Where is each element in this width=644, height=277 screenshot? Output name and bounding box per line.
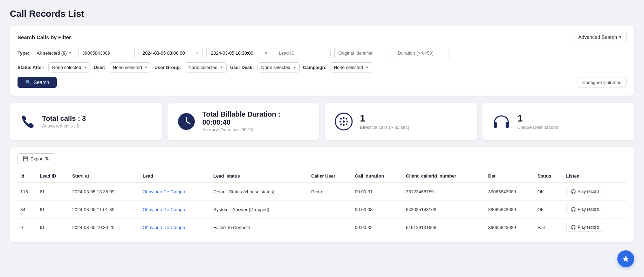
- lead-link[interactable]: Ottaviano De Campo: [143, 225, 185, 230]
- date-to-wrapper: ×: [206, 48, 271, 58]
- avg-duration-value: Average Duration : 00:13: [203, 127, 281, 132]
- col-lead: Lead: [140, 170, 211, 182]
- total-calls-info: Total calls : 3 Answered calls : 2: [42, 115, 86, 129]
- table-header-row: Id Lead ID Start_at Lead Lead_status Cal…: [18, 170, 626, 182]
- export-icon: 💾: [23, 156, 28, 161]
- search-button[interactable]: 🔍 Search: [18, 77, 57, 88]
- user-group-dropdown[interactable]: None selected ▾: [185, 62, 227, 72]
- date-from-input[interactable]: [141, 48, 194, 58]
- col-listen: Listen: [563, 170, 626, 182]
- play-record-button[interactable]: 🎧 Play record: [566, 205, 604, 214]
- search-section-title: Search Calls by Filter: [18, 34, 71, 40]
- cell-lead-status: Default Status (choose status): [211, 182, 309, 201]
- cell-caller-user: [308, 201, 352, 219]
- search-card: Search Calls by Filter Advanced Search ▾…: [10, 26, 634, 96]
- cell-start-at: 2024-03-05 13:35:09: [69, 182, 140, 201]
- advanced-search-button[interactable]: Advanced Search ▾: [573, 32, 626, 42]
- export-label: Export To: [30, 156, 50, 161]
- user-dropdown[interactable]: None selected ▾: [109, 62, 151, 72]
- svg-point-6: [343, 117, 345, 119]
- svg-point-12: [346, 123, 348, 125]
- play-record-button[interactable]: 🎧 Play record: [566, 187, 604, 196]
- headphone-small-icon: 🎧: [571, 225, 576, 230]
- svg-point-10: [346, 118, 348, 119]
- col-dst: Dst: [485, 170, 534, 182]
- total-calls-value: Total calls : 3: [42, 115, 86, 123]
- configure-columns-label: Configure Columns: [582, 80, 621, 85]
- lead-link[interactable]: Ottaviano De Campo: [143, 189, 185, 194]
- user-desk-value: None selected: [261, 65, 290, 70]
- svg-rect-15: [506, 122, 509, 128]
- cell-client-callerid: 616129131668: [403, 219, 485, 236]
- effective-calls-card: 1 Effective calls (> 30 sec): [325, 103, 477, 140]
- headphone-icon: [492, 114, 511, 129]
- date-to-input[interactable]: [210, 48, 262, 58]
- cell-lead-status: System - Answer (Dropped): [211, 201, 309, 219]
- user-group-label: User Group:: [155, 65, 181, 70]
- unique-destinations-card: 1 Unique Destinations: [482, 103, 635, 140]
- stats-row: Total calls : 3 Answered calls : 2 Total…: [10, 103, 634, 140]
- cell-lead-id: 61: [37, 182, 69, 201]
- col-id: Id: [18, 170, 37, 182]
- search-actions: 🔍 Search Configure Columns: [18, 77, 626, 88]
- type-dropdown[interactable]: All selected (8) ▾: [33, 48, 75, 58]
- play-record-label: Play record: [578, 207, 599, 212]
- total-calls-card: Total calls : 3 Answered calls : 2: [10, 103, 162, 140]
- configure-columns-button[interactable]: Configure Columns: [577, 77, 626, 88]
- lead-id-input[interactable]: [275, 48, 331, 58]
- cell-caller-user: [308, 219, 352, 236]
- table-row: 116 61 2024-03-05 13:35:09 Ottaviano De …: [18, 182, 626, 201]
- play-record-label: Play record: [578, 189, 599, 194]
- date-from-clear-button[interactable]: ×: [195, 50, 200, 56]
- gauge-icon: [335, 112, 353, 131]
- svg-point-5: [343, 120, 345, 123]
- effective-calls-number: 1: [360, 113, 409, 124]
- billable-duration-title: Total Billable Duration :: [203, 110, 281, 118]
- unique-destinations-info: 1 Unique Destinations: [518, 113, 558, 130]
- duration-input[interactable]: [394, 48, 450, 58]
- cell-call-duration: 00:00:31: [352, 182, 403, 201]
- billable-duration-card: Total Billable Duration : 00:00:40 Avera…: [167, 103, 320, 140]
- search-card-header: Search Calls by Filter Advanced Search ▾: [18, 32, 626, 42]
- cell-lead-id: 61: [37, 201, 69, 219]
- call-records-table: Id Lead ID Start_at Lead Lead_status Cal…: [18, 170, 626, 236]
- user-group-value: None selected: [189, 65, 218, 70]
- original-identifier-input[interactable]: [334, 48, 390, 58]
- cell-caller-user: Pedro: [308, 182, 352, 201]
- unique-destinations-label: Unique Destinations: [518, 125, 558, 130]
- cell-start-at: 2024-03-05 11:01:39: [69, 201, 140, 219]
- cell-lead: Ottaviano De Campo: [140, 219, 211, 236]
- phone-input[interactable]: [78, 48, 135, 58]
- clock-icon: [177, 112, 196, 131]
- table-row: 9 61 2024-03-05 10:34:20 Ottaviano De Ca…: [18, 219, 626, 236]
- billable-duration-value: 00:00:40: [203, 118, 281, 126]
- search-button-label: Search: [34, 79, 49, 85]
- campaign-dropdown[interactable]: None selected ▾: [330, 62, 372, 72]
- export-button[interactable]: 💾 Export To: [18, 153, 55, 164]
- cell-dst: 39065843089: [485, 201, 534, 219]
- date-from-wrapper: ×: [138, 48, 203, 58]
- lead-link[interactable]: Ottaviano De Campo: [143, 207, 185, 212]
- col-call-duration: Call_duration: [352, 170, 403, 182]
- status-after-label: Status After:: [18, 65, 45, 70]
- cell-client-callerid: 33123468789: [403, 182, 485, 201]
- unique-destinations-number: 1: [518, 113, 558, 124]
- effective-calls-label: Effective calls (> 30 sec): [360, 125, 409, 130]
- cell-listen: 🎧 Play record: [563, 182, 626, 201]
- chevron-down-icon: ▾: [619, 35, 621, 40]
- svg-point-7: [340, 120, 341, 122]
- svg-rect-14: [494, 122, 497, 128]
- date-to-clear-button[interactable]: ×: [263, 50, 268, 56]
- page-title: Call Records List: [10, 8, 634, 19]
- cell-dst: 39065843089: [485, 182, 534, 201]
- play-record-button[interactable]: 🎧 Play record: [566, 223, 604, 232]
- status-after-arrow: ▾: [84, 65, 87, 70]
- effective-calls-info: 1 Effective calls (> 30 sec): [360, 113, 409, 130]
- status-after-dropdown[interactable]: None selected ▾: [48, 62, 90, 72]
- play-record-label: Play record: [578, 225, 599, 230]
- user-value: None selected: [113, 65, 142, 70]
- user-desk-dropdown[interactable]: None selected ▾: [258, 62, 300, 72]
- col-start-at: Start_at: [69, 170, 140, 182]
- svg-point-8: [347, 120, 348, 122]
- cell-dst: 39065843089: [485, 219, 534, 236]
